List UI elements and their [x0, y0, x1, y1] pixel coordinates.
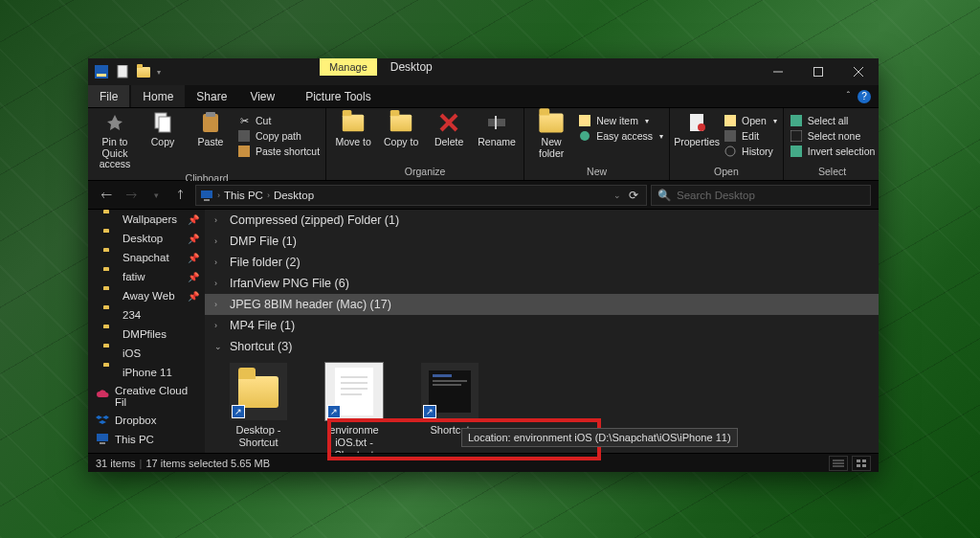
rename-button[interactable]: Rename	[476, 110, 518, 148]
sidebar-item-creative-cloud[interactable]: Creative Cloud Fil	[88, 382, 205, 411]
new-item-button[interactable]: New item▾	[578, 114, 663, 127]
group-jpeg-8bim[interactable]: ›JPEG 8BIM header (Mac) (17)	[205, 294, 879, 315]
titlebar: ▾ Manage Desktop	[88, 58, 879, 85]
sidebar-item-snapchat[interactable]: Snapchat📌	[88, 248, 205, 267]
recent-dropdown[interactable]: ▾	[145, 185, 167, 206]
group-dmp[interactable]: ›DMP File (1)	[205, 231, 879, 252]
view-details-button[interactable]	[829, 456, 848, 471]
shortcut-overlay-icon: ↗	[327, 405, 341, 418]
sidebar-item-234[interactable]: 234	[88, 305, 205, 325]
scissors-icon: ✂	[237, 114, 251, 127]
group-mp4[interactable]: ›MP4 File (1)	[205, 315, 879, 336]
history-button[interactable]: History	[724, 145, 777, 158]
file-desktop-shortcut[interactable]: ↗ Desktop - Shortcut	[224, 363, 293, 453]
refresh-icon[interactable]: ⟳	[625, 189, 642, 202]
back-button[interactable]: 🡐	[96, 185, 117, 206]
cloud-icon	[96, 390, 109, 403]
dropbox-icon	[96, 414, 109, 427]
up-button[interactable]: 🡑	[170, 185, 191, 206]
tab-share[interactable]: Share	[185, 85, 238, 107]
sidebar-item-ios[interactable]: iOS	[88, 344, 205, 363]
qat-properties-icon[interactable]	[115, 64, 130, 79]
sidebar-item-iphone11[interactable]: iPhone 11	[88, 363, 205, 382]
paste-icon	[197, 110, 224, 135]
svg-rect-28	[97, 434, 108, 441]
pin-icon: 📌	[188, 214, 199, 225]
quick-access-toolbar: ▾	[88, 58, 167, 85]
help-icon[interactable]: ?	[858, 90, 871, 103]
maximize-button[interactable]	[798, 58, 838, 85]
copy-button[interactable]: Copy	[142, 110, 184, 148]
group-file-folder[interactable]: ›File folder (2)	[205, 252, 879, 273]
edit-icon	[724, 129, 737, 143]
svg-rect-2	[118, 65, 127, 78]
copy-to-button[interactable]: Copy to	[380, 110, 422, 148]
group-shortcut[interactable]: ⌄Shortcut (3)	[205, 336, 879, 357]
cube-icon	[103, 452, 117, 453]
tab-file[interactable]: File	[88, 85, 129, 107]
history-icon	[724, 145, 737, 158]
navigation-bar: 🡐 🡒 ▾ 🡑 › This PC › Desktop ⌄ ⟳ 🔍 Search…	[88, 181, 879, 210]
sidebar-item-dmpfiles[interactable]: DMPfiles	[88, 325, 205, 344]
sidebar-item-3d-objects[interactable]: 3D Objects	[88, 449, 205, 453]
address-bar[interactable]: › This PC › Desktop ⌄ ⟳	[195, 185, 647, 206]
close-button[interactable]	[838, 58, 879, 85]
svg-rect-45	[862, 464, 866, 467]
status-item-count: 31 items	[96, 458, 136, 469]
crumb-this-pc[interactable]: This PC	[224, 190, 263, 201]
delete-button[interactable]: Delete	[428, 110, 470, 148]
svg-rect-26	[201, 191, 212, 198]
new-folder-button[interactable]: New folder	[530, 110, 572, 159]
sidebar-item-fatiw[interactable]: fatiw📌	[88, 267, 205, 286]
edit-button[interactable]: Edit	[724, 129, 777, 143]
file-list-pane[interactable]: ›Compressed (zipped) Folder (1) ›DMP Fil…	[205, 210, 879, 453]
pc-icon	[200, 190, 213, 201]
svg-point-20	[698, 123, 705, 131]
sidebar-item-away-web[interactable]: Away Web📌	[88, 286, 205, 305]
svg-rect-8	[159, 117, 170, 132]
group-irfanview[interactable]: ›IrfanView PNG File (6)	[205, 273, 879, 294]
paste-button[interactable]: Paste	[189, 110, 232, 148]
sidebar-item-this-pc[interactable]: This PC	[88, 430, 205, 449]
group-zipped[interactable]: ›Compressed (zipped) Folder (1)	[205, 210, 879, 231]
easy-access-button[interactable]: Easy access▾	[578, 129, 663, 143]
ribbon-collapse-icon[interactable]: ˆ	[847, 91, 850, 101]
qat-folder-icon[interactable]	[136, 64, 151, 79]
qat-dropdown-icon[interactable]: ▾	[157, 68, 161, 77]
svg-rect-42	[857, 460, 860, 462]
invert-selection-button[interactable]: Invert selection	[790, 145, 876, 158]
cut-button[interactable]: ✂Cut	[237, 114, 320, 127]
crumb-desktop[interactable]: Desktop	[274, 190, 314, 201]
select-all-button[interactable]: Select all	[790, 114, 876, 127]
sidebar-item-desktop[interactable]: Desktop📌	[88, 229, 205, 248]
pc-icon	[96, 433, 109, 446]
forward-button[interactable]: 🡒	[121, 185, 142, 206]
sidebar-item-dropbox[interactable]: Dropbox	[88, 411, 205, 430]
copy-path-button[interactable]: Copy path	[237, 129, 320, 143]
rename-icon	[483, 110, 510, 135]
invert-icon	[790, 145, 803, 158]
navigation-pane[interactable]: Wallpapers📌 Desktop📌 Snapchat📌 fatiw📌 Aw…	[88, 210, 205, 453]
file-environment-txt-shortcut[interactable]: ↗ environme iOS.txt - Shortcut	[320, 363, 389, 453]
status-bar: 31 items | 17 items selected 5.65 MB	[88, 453, 879, 472]
tab-picture-tools[interactable]: Picture Tools	[294, 85, 382, 107]
minimize-button[interactable]	[758, 58, 798, 85]
select-all-icon	[790, 114, 803, 127]
paste-shortcut-button[interactable]: Paste shortcut	[237, 145, 320, 158]
svg-rect-11	[238, 130, 250, 142]
open-button[interactable]: Open▾	[724, 114, 777, 127]
view-thumbnails-button[interactable]	[852, 456, 871, 471]
search-box[interactable]: 🔍 Search Desktop	[651, 185, 871, 206]
svg-rect-24	[791, 115, 802, 126]
properties-button[interactable]: Properties	[676, 110, 718, 148]
move-to-button[interactable]: Move to	[332, 110, 374, 148]
pin-quick-access-button[interactable]: Pin to Quick access	[94, 110, 136, 170]
address-dropdown-icon[interactable]: ⌄	[613, 191, 621, 200]
contextual-tab-manage[interactable]: Manage	[320, 58, 377, 76]
pin-icon: 📌	[188, 234, 199, 244]
select-none-button[interactable]: Select none	[790, 129, 876, 143]
sidebar-item-wallpapers[interactable]: Wallpapers📌	[88, 210, 205, 229]
tab-home[interactable]: Home	[131, 85, 185, 107]
svg-rect-22	[724, 130, 736, 142]
tab-view[interactable]: View	[238, 85, 286, 107]
